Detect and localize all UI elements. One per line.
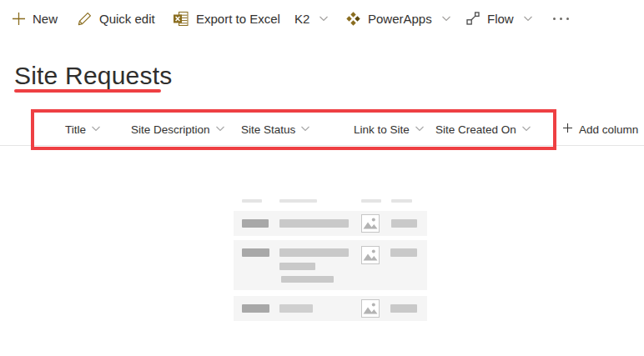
column-header-label: Link to Site (354, 123, 410, 136)
list-header-row: Title Site Description Site Status Link … (0, 115, 644, 145)
k2-button-label: K2 (294, 12, 309, 26)
column-header-label: Site Description (131, 123, 210, 136)
placeholder-bar (242, 199, 262, 203)
powerapps-button[interactable]: PowerApps (345, 0, 452, 37)
column-header-label: Site Created On (435, 123, 516, 136)
placeholder-bar (279, 199, 317, 203)
column-header-label: Site Status (241, 123, 295, 136)
add-column-label: Add column (579, 123, 638, 136)
header-divider (0, 145, 644, 146)
page-title: Site Requests (14, 62, 172, 90)
placeholder-bar (242, 304, 269, 313)
plus-icon (12, 12, 26, 26)
placeholder-bar (242, 219, 269, 228)
column-header-title[interactable]: Title (65, 123, 102, 137)
chevron-down-icon (521, 123, 532, 137)
placeholder-bar (279, 304, 313, 313)
placeholder-bar (242, 248, 269, 257)
export-to-excel-button-label: Export to Excel (196, 12, 280, 26)
chevron-down-icon (318, 13, 330, 24)
placeholder-bar (391, 199, 412, 203)
placeholder-bar (390, 248, 417, 257)
column-header-site-description[interactable]: Site Description (131, 123, 226, 137)
chevron-down-icon (214, 123, 226, 137)
placeholder-bar (390, 304, 417, 313)
flow-icon (465, 11, 480, 26)
add-column-button[interactable]: Add column (562, 123, 638, 136)
chevron-down-icon (299, 123, 311, 137)
placeholder-bar (279, 263, 315, 270)
k2-button[interactable]: K2 (294, 0, 330, 37)
plus-icon (562, 123, 573, 136)
placeholder-bar (279, 219, 349, 228)
chevron-down-icon (522, 13, 534, 24)
excel-icon (173, 11, 189, 27)
column-header-label: Title (65, 123, 86, 136)
chevron-down-icon (440, 13, 452, 24)
image-placeholder-icon (361, 214, 380, 233)
quick-edit-button-label: Quick edit (99, 12, 155, 26)
placeholder-bar (361, 199, 381, 203)
image-placeholder-icon (361, 299, 380, 318)
column-header-site-status[interactable]: Site Status (241, 123, 311, 137)
pencil-icon (77, 11, 93, 27)
placeholder-row (234, 296, 427, 321)
quick-edit-button[interactable]: Quick edit (77, 0, 155, 37)
column-header-link-to-site[interactable]: Link to Site (354, 123, 425, 137)
powerapps-icon (345, 11, 361, 27)
placeholder-bar (281, 276, 334, 283)
image-placeholder-icon (361, 246, 380, 264)
placeholder-bar (391, 219, 417, 228)
empty-state-placeholder (234, 198, 427, 321)
powerapps-button-label: PowerApps (368, 12, 432, 26)
more-commands-button[interactable] (553, 0, 569, 37)
new-button-label: New (33, 12, 58, 26)
chevron-down-icon (90, 123, 102, 137)
annotation-title-underline (14, 89, 161, 93)
new-button[interactable]: New (12, 0, 58, 37)
column-header-site-created-on[interactable]: Site Created On (435, 123, 532, 137)
export-to-excel-button[interactable]: Export to Excel (173, 0, 280, 37)
flow-button-label: Flow (487, 12, 514, 26)
more-icon (553, 0, 569, 37)
chevron-down-icon (414, 123, 425, 137)
placeholder-row (234, 240, 427, 290)
placeholder-bar (279, 248, 349, 257)
flow-button[interactable]: Flow (465, 0, 534, 37)
placeholder-row (234, 211, 427, 236)
command-bar: New Quick edit Export to Excel K2 (0, 0, 644, 37)
